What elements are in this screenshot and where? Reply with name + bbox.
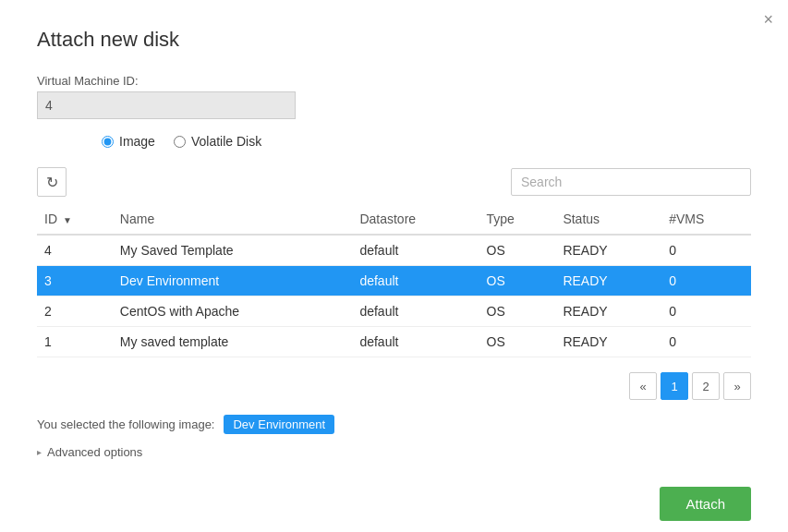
- advanced-options-toggle[interactable]: ▸ Advanced options: [37, 445, 751, 459]
- vm-id-input[interactable]: [37, 91, 296, 119]
- cell-status: READY: [555, 235, 661, 266]
- image-radio-text: Image: [119, 134, 155, 149]
- sort-icon: ▼: [63, 215, 72, 225]
- pagination: « 1 2 »: [37, 372, 751, 400]
- col-status: Status: [555, 204, 661, 235]
- cell-datastore: default: [352, 235, 479, 266]
- selection-row: You selected the following image: Dev En…: [37, 415, 751, 434]
- cell-status: READY: [555, 296, 661, 327]
- col-datastore: Datastore: [352, 204, 479, 235]
- volatile-radio[interactable]: [174, 136, 186, 148]
- attach-disk-modal: × Attach new disk Virtual Machine ID: Im…: [0, 0, 788, 532]
- cell-name: Dev Environment: [113, 266, 353, 296]
- cell-datastore: default: [352, 296, 479, 327]
- cell-status: READY: [555, 266, 661, 296]
- cell-datastore: default: [352, 327, 479, 357]
- cell-id: 1: [37, 327, 113, 357]
- search-input[interactable]: [511, 168, 751, 196]
- footer: Attach: [37, 487, 751, 521]
- volatile-radio-text: Volatile Disk: [191, 134, 261, 149]
- cell-datastore: default: [352, 266, 479, 296]
- cell-vms: 0: [661, 327, 751, 357]
- close-button[interactable]: ×: [763, 11, 773, 28]
- cell-vms: 0: [661, 296, 751, 327]
- col-vms: #VMS: [661, 204, 751, 235]
- vm-id-group: Virtual Machine ID:: [37, 74, 751, 119]
- table-row[interactable]: 4My Saved TemplatedefaultOSREADY0: [37, 235, 751, 266]
- cell-id: 3: [37, 266, 113, 296]
- images-table: ID ▼ Name Datastore Type Status #VMS 4My…: [37, 204, 751, 357]
- image-radio[interactable]: [102, 136, 114, 148]
- page-2-button[interactable]: 2: [692, 372, 720, 400]
- table-row[interactable]: 2CentOS with ApachedefaultOSREADY0: [37, 296, 751, 327]
- selection-badge: Dev Environment: [224, 415, 334, 434]
- cell-vms: 0: [661, 266, 751, 296]
- attach-button[interactable]: Attach: [660, 487, 751, 521]
- cell-id: 4: [37, 235, 113, 266]
- selection-text: You selected the following image:: [37, 417, 214, 431]
- cell-name: My Saved Template: [113, 235, 353, 266]
- col-type: Type: [479, 204, 556, 235]
- cell-vms: 0: [661, 235, 751, 266]
- page-1-button[interactable]: 1: [661, 372, 688, 400]
- cell-name: CentOS with Apache: [113, 296, 353, 327]
- toolbar: ↻: [37, 167, 751, 197]
- volatile-radio-label[interactable]: Volatile Disk: [174, 134, 261, 149]
- next-page-button[interactable]: »: [723, 372, 751, 400]
- image-radio-label[interactable]: Image: [102, 134, 155, 149]
- cell-type: OS: [479, 327, 556, 357]
- modal-title: Attach new disk: [37, 28, 751, 52]
- refresh-button[interactable]: ↻: [37, 167, 67, 197]
- table-header: ID ▼ Name Datastore Type Status #VMS: [37, 204, 751, 235]
- cell-type: OS: [479, 296, 556, 327]
- cell-status: READY: [555, 327, 661, 357]
- col-id[interactable]: ID ▼: [37, 204, 113, 235]
- advanced-options-label: Advanced options: [47, 445, 142, 459]
- disk-type-group: Image Volatile Disk: [102, 134, 751, 149]
- table-row[interactable]: 1My saved templatedefaultOSREADY0: [37, 327, 751, 357]
- vm-id-label: Virtual Machine ID:: [37, 74, 751, 88]
- cell-type: OS: [479, 235, 556, 266]
- prev-page-button[interactable]: «: [629, 372, 657, 400]
- cell-id: 2: [37, 296, 113, 327]
- table-row[interactable]: 3Dev EnvironmentdefaultOSREADY0: [37, 266, 751, 296]
- cell-type: OS: [479, 266, 556, 296]
- advanced-arrow-icon: ▸: [37, 447, 42, 457]
- cell-name: My saved template: [113, 327, 353, 357]
- table-body: 4My Saved TemplatedefaultOSREADY03Dev En…: [37, 235, 751, 357]
- col-name: Name: [113, 204, 353, 235]
